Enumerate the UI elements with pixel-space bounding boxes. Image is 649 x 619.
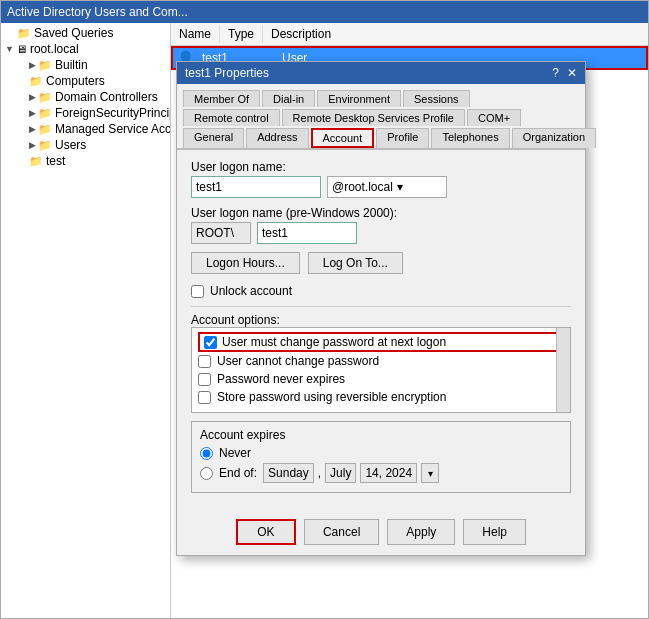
expand-arrow: ▶ — [29, 92, 36, 102]
list-header: Name Type Description — [171, 23, 648, 46]
tab-account[interactable]: Account — [311, 128, 375, 148]
account-options-group: Account options: User must change passwo… — [191, 313, 571, 413]
sidebar-item-label: ForeignSecurityPrincipals — [55, 106, 171, 120]
expand-arrow: ▶ — [29, 124, 36, 134]
logon-buttons-row: Logon Hours... Log On To... — [191, 252, 571, 274]
apply-button[interactable]: Apply — [387, 519, 455, 545]
sidebar-item-root-local[interactable]: ▼ 🖥 root.local — [1, 41, 170, 57]
computer-icon: 🖥 — [16, 43, 27, 55]
must-change-label: User must change password at next logon — [222, 335, 446, 349]
folder-icon: 📁 — [29, 155, 43, 168]
sidebar-item-label: Saved Queries — [34, 26, 113, 40]
sidebar-item-saved-queries[interactable]: 📁 Saved Queries — [1, 25, 170, 41]
help-button[interactable]: Help — [463, 519, 526, 545]
sidebar-item-label: Computers — [46, 74, 105, 88]
sidebar-item-label: Managed Service Accou... — [55, 122, 171, 136]
sidebar-item-label: Builtin — [55, 58, 88, 72]
expand-arrow: ▶ — [29, 60, 36, 70]
expires-end-label: End of: — [219, 466, 257, 480]
folder-icon: 📁 — [38, 123, 52, 136]
expires-never-radio[interactable] — [200, 447, 213, 460]
title-text: Active Directory Users and Com... — [7, 5, 188, 19]
sidebar-item-label: Users — [55, 138, 86, 152]
logon-name-group: User logon name: @root.local ▾ — [191, 160, 571, 198]
ok-button[interactable]: OK — [236, 519, 296, 545]
folder-icon: 📁 — [38, 91, 52, 104]
date-day-field[interactable]: Sunday — [263, 463, 314, 483]
domain-dropdown[interactable]: @root.local ▾ — [327, 176, 447, 198]
folder-icon: 📁 — [38, 59, 52, 72]
expires-never-label: Never — [219, 446, 251, 460]
tab-sessions[interactable]: Sessions — [403, 90, 470, 107]
reversible-checkbox[interactable] — [198, 391, 211, 404]
tabs-row-1: Member Of Dial-in Environment Sessions R… — [177, 84, 585, 150]
cannot-change-checkbox[interactable] — [198, 355, 211, 368]
sidebar-item-foreign-security[interactable]: ▶ 📁 ForeignSecurityPrincipals — [1, 105, 170, 121]
tab-remote-desktop[interactable]: Remote Desktop Services Profile — [282, 109, 465, 126]
folder-icon: 📁 — [38, 139, 52, 152]
unlock-account-checkbox[interactable] — [191, 285, 204, 298]
properties-dialog: test1 Properties ? ✕ Member Of Dial-in E… — [176, 61, 586, 556]
cannot-change-label: User cannot change password — [217, 354, 379, 368]
tab-telephones[interactable]: Telephones — [431, 128, 509, 148]
expand-arrow: ▶ — [29, 140, 36, 150]
log-on-to-button[interactable]: Log On To... — [308, 252, 403, 274]
dialog-title-buttons: ? ✕ — [552, 66, 577, 80]
never-expires-checkbox[interactable] — [198, 373, 211, 386]
date-month-field[interactable]: July — [325, 463, 356, 483]
sidebar-item-computers[interactable]: 📁 Computers — [1, 73, 170, 89]
account-expires-section: Account expires Never End of: Sunday — [191, 421, 571, 493]
date-picker-button[interactable]: ▾ — [421, 463, 439, 483]
option-cannot-change: User cannot change password — [198, 354, 564, 368]
logon-hours-button[interactable]: Logon Hours... — [191, 252, 300, 274]
tab-member-of[interactable]: Member Of — [183, 90, 260, 107]
tab-remote-control[interactable]: Remote control — [183, 109, 280, 126]
sidebar-item-builtin[interactable]: ▶ 📁 Builtin — [1, 57, 170, 73]
tab-general[interactable]: General — [183, 128, 244, 148]
close-button[interactable]: ✕ — [567, 66, 577, 80]
pre2000-label: User logon name (pre-Windows 2000): — [191, 206, 571, 220]
tree-panel: 📁 Saved Queries ▼ 🖥 root.local ▶ 📁 Built… — [1, 23, 171, 618]
sidebar-item-domain-controllers[interactable]: ▶ 📁 Domain Controllers — [1, 89, 170, 105]
tab-address[interactable]: Address — [246, 128, 308, 148]
tab-profile[interactable]: Profile — [376, 128, 429, 148]
col-type-header[interactable]: Type — [220, 25, 263, 43]
dropdown-arrow-icon: ▾ — [397, 180, 442, 194]
logon-name-input[interactable] — [191, 176, 321, 198]
tab-com-plus[interactable]: COM+ — [467, 109, 521, 126]
expand-arrow: ▼ — [5, 44, 14, 54]
sidebar-item-test[interactable]: 📁 test — [1, 153, 170, 169]
sidebar-item-label: root.local — [30, 42, 79, 56]
scrollbar[interactable] — [556, 328, 570, 412]
option-reversible: Store password using reversible encrypti… — [198, 390, 564, 404]
question-icon[interactable]: ? — [552, 66, 559, 80]
sidebar-item-label: Domain Controllers — [55, 90, 158, 104]
sidebar-item-users[interactable]: ▶ 📁 Users — [1, 137, 170, 153]
logon-name-row: @root.local ▾ — [191, 176, 571, 198]
domain-value: @root.local — [332, 180, 393, 194]
pre2000-row: ROOT\ — [191, 222, 571, 244]
dialog-footer: OK Cancel Apply Help — [177, 511, 585, 555]
pre2000-input[interactable] — [257, 222, 357, 244]
tab-organization[interactable]: Organization — [512, 128, 596, 148]
date-day2-field[interactable]: 14, 2024 — [360, 463, 417, 483]
unlock-account-label: Unlock account — [210, 284, 292, 298]
pre2000-group: User logon name (pre-Windows 2000): ROOT… — [191, 206, 571, 244]
logon-name-label: User logon name: — [191, 160, 571, 174]
tab-dial-in[interactable]: Dial-in — [262, 90, 315, 107]
col-desc-header[interactable]: Description — [263, 25, 339, 43]
expires-end-radio[interactable] — [200, 467, 213, 480]
col-name-header[interactable]: Name — [171, 25, 220, 43]
option-never-expires: Password never expires — [198, 372, 564, 386]
account-options-label: Account options: — [191, 313, 280, 327]
sidebar-item-managed-service[interactable]: ▶ 📁 Managed Service Accou... — [1, 121, 170, 137]
expires-end-of-option: End of: Sunday , July 14, 2024 — [200, 463, 562, 483]
tab-environment[interactable]: Environment — [317, 90, 401, 107]
must-change-checkbox[interactable] — [204, 336, 217, 349]
never-expires-label: Password never expires — [217, 372, 345, 386]
expires-never-option: Never — [200, 446, 562, 460]
title-bar: Active Directory Users and Com... — [1, 1, 648, 23]
folder-icon: 📁 — [29, 75, 43, 88]
date-row: Sunday , July 14, 2024 ▾ — [263, 463, 439, 483]
cancel-button[interactable]: Cancel — [304, 519, 379, 545]
